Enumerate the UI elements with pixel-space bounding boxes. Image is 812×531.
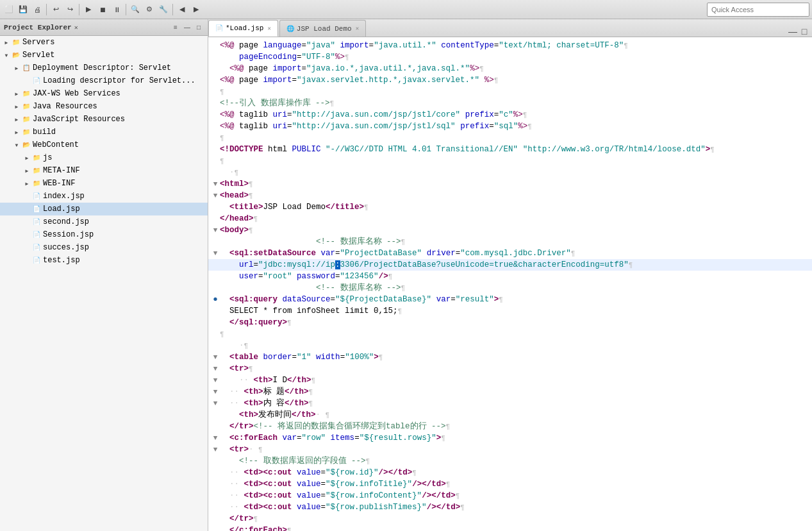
tree-item-web-inf[interactable]: ▶ 📁 WEB-INF [0, 177, 208, 190]
tree-arrow-web-inf: ▶ [23, 180, 31, 187]
editor-area[interactable]: <%@ page language="java" import="java.ut… [208, 37, 812, 531]
tree-label-meta-inf: META-INF [43, 166, 80, 175]
line-content-42: </tr>¶ [220, 513, 809, 525]
pe-minimize-btn[interactable]: — [182, 22, 192, 33]
line-marker-28: ▼ [211, 351, 220, 363]
tree-item-servlet[interactable]: ▼ 📂 Servlet [0, 49, 208, 62]
line-marker-17: ▼ [211, 224, 220, 236]
tab-jsp-load-demo[interactable]: 🌐 JSP Load Demo ✕ [279, 20, 366, 37]
tree-item-deployment[interactable]: ▶ 📋 Deployment Descriptor: Servlet [0, 62, 208, 74]
tree-item-index-jsp[interactable]: ▶ 📄 index.jsp [0, 190, 208, 203]
line-marker-36: ▼ [211, 444, 220, 455]
line-content-21: user="root" password="123456"/>¶ [220, 271, 809, 282]
tab-restore-btn[interactable]: □ [799, 26, 809, 37]
tree-label-test-jsp: test.jsp [43, 256, 80, 265]
sep-2 [79, 4, 79, 15]
sep-4 [172, 4, 173, 15]
code-line-16: </head>¶ [208, 213, 812, 224]
tab-label-load-jsp: *Load.jsp [226, 24, 263, 32]
tree-icon-servers: 📁 [12, 38, 21, 47]
tree-item-loading[interactable]: ▶ 📄 Loading descriptor for Servlet... [0, 74, 208, 87]
line-content-37: <!-- 取数据库返回的字段值 -->¶ [220, 455, 809, 467]
tree-arrow-servers: ▶ [3, 38, 10, 46]
line-content-38: ·· <td><c:out value="${row.id}"/></td>¶ [220, 467, 809, 478]
toolbar-btn-12[interactable]: ◀ [176, 3, 188, 16]
line-content-3: <%@ page import="java.io.*,java.util.*,j… [220, 63, 809, 74]
tab-load-jsp[interactable]: 📄 *Load.jsp ✕ [208, 20, 278, 37]
tree-icon-servlet: 📂 [12, 51, 21, 60]
code-line-36: ▼ <tr>· ¶ [208, 444, 812, 455]
tab-close-load-jsp[interactable]: ✕ [267, 25, 270, 32]
line-content-27: ·¶ [220, 340, 809, 351]
tab-close-jsp-demo[interactable]: ✕ [356, 25, 359, 32]
code-line-19: ▼ <sql:setDataSource var="ProjectDataBas… [208, 248, 812, 259]
code-line-26: ¶ [208, 328, 812, 340]
code-line-4: <%@ page import="javax.servlet.http.*,ja… [208, 74, 812, 86]
toolbar-btn-1[interactable]: ⬜ [3, 3, 15, 16]
code-line-6: <!--引入 数据库操作库 -->¶ [208, 97, 812, 109]
line-content-16: </head>¶ [220, 213, 809, 224]
tree-item-js[interactable]: ▶ 📁 js [0, 151, 208, 164]
code-line-29: ▼ <tr>¶ [208, 363, 812, 375]
tree-icon-deployment: 📋 [22, 63, 31, 72]
toolbar-btn-13[interactable]: ▶ [190, 3, 203, 16]
code-line-20: url="jdbc:mysql://ip:3306/ProjectDataBas… [208, 259, 812, 271]
code-line-2: pageEncoding="UTF-8"%>¶ [208, 51, 812, 63]
pe-maximize-btn[interactable]: □ [194, 22, 204, 33]
tree-label-java-resources: Java Resources [33, 102, 97, 111]
tree-arrow-jaxws: ▶ [13, 90, 21, 97]
code-line-12: ·¶ [208, 167, 812, 178]
line-content-7: <%@ taglib uri="http://java.sun.com/jsp/… [220, 109, 809, 121]
tree-item-succes-jsp[interactable]: ▶ 📄 succes.jsp [0, 241, 208, 254]
toolbar-btn-6[interactable]: ▶ [82, 3, 95, 16]
toolbar-btn-2[interactable]: 💾 [17, 3, 29, 16]
tree-item-load-jsp[interactable]: ▶ 📄 Load.jsp [0, 203, 208, 215]
tree-label-index-jsp: index.jsp [43, 192, 85, 201]
tree-item-session-jsp[interactable]: ▶ 📄 Session.jsp [0, 228, 208, 241]
tree-item-build[interactable]: ▶ 📁 build [0, 126, 208, 139]
line-marker-19: ▼ [211, 248, 220, 259]
sep-1 [46, 4, 47, 15]
toolbar-btn-8[interactable]: ⏸ [110, 3, 123, 16]
toolbar-btn-7[interactable]: ⏹ [96, 3, 109, 16]
toolbar-btn-11[interactable]: 🔧 [157, 3, 170, 16]
toolbar-btn-4[interactable]: ↩ [49, 3, 62, 16]
tree-label-servers: Servers [22, 38, 54, 47]
toolbar-btn-5[interactable]: ↪ [63, 3, 76, 16]
line-content-43: </c:forEach>¶ [220, 525, 809, 531]
tree-item-webcontent[interactable]: ▼ 📂 WebContent [0, 139, 208, 151]
quick-access-input[interactable] [707, 3, 809, 17]
tree-arrow-js: ▶ [23, 154, 31, 162]
tree-item-second-jsp[interactable]: ▶ 📄 second.jsp [0, 215, 208, 228]
line-content-12: ·¶ [220, 167, 809, 178]
code-line-8: <%@ taglib uri="http://java.sun.com/jsp/… [208, 121, 812, 132]
tree-item-test-jsp[interactable]: ▶ 📄 test.jsp [0, 254, 208, 267]
tree-label-load-jsp: Load.jsp [43, 205, 80, 214]
toolbar-btn-3[interactable]: 🖨 [31, 3, 44, 16]
project-explorer-header: Project Explorer ✕ ≡ — □ [0, 19, 208, 36]
line-content-20: url="jdbc:mysql://ip:3306/ProjectDataBas… [220, 259, 809, 271]
code-line-35: ▼ <c:forEach var="row" items="${result.r… [208, 432, 812, 444]
code-line-38: ·· <td><c:out value="${row.id}"/></td>¶ [208, 467, 812, 478]
line-marker-14: ▼ [211, 190, 220, 201]
tabs-bar: 📄 *Load.jsp ✕ 🌐 JSP Load Demo ✕ — □ [208, 19, 812, 37]
tree-item-meta-inf[interactable]: ▶ 📁 META-INF [0, 164, 208, 177]
toolbar-btn-10[interactable]: ⚙ [143, 3, 156, 16]
main-layout: Project Explorer ✕ ≡ — □ ▶ 📁 Servers ▼ 📂… [0, 19, 812, 531]
tree-item-servers[interactable]: ▶ 📁 Servers [0, 36, 208, 49]
tree-item-jaxws[interactable]: ▶ 📁 JAX-WS Web Services [0, 87, 208, 100]
toolbar-btn-9[interactable]: 🔍 [129, 3, 142, 16]
line-content-4: <%@ page import="javax.servlet.http.*,ja… [220, 74, 809, 86]
pe-collapse-btn[interactable]: ≡ [170, 22, 181, 33]
tree-label-js-resources: JavaScript Resources [33, 115, 125, 124]
code-line-31: ▼ ·· <th>标 题</th>¶ [208, 386, 812, 398]
line-content-29: <tr>¶ [220, 363, 809, 375]
tree-item-js-resources[interactable]: ▶ 📁 JavaScript Resources [0, 113, 208, 126]
tree-label-succes-jsp: succes.jsp [43, 243, 89, 252]
tree-item-java-resources[interactable]: ▶ 📁 Java Resources [0, 100, 208, 113]
tree-icon-java-resources: 📁 [22, 102, 31, 111]
code-line-13: ▼ <html>¶ [208, 178, 812, 190]
line-content-28: <table border="1" width="100%">¶ [220, 351, 809, 363]
tab-minimize-btn[interactable]: — [788, 26, 798, 37]
line-content-32: ·· <th>内 容</th>¶ [220, 398, 809, 409]
